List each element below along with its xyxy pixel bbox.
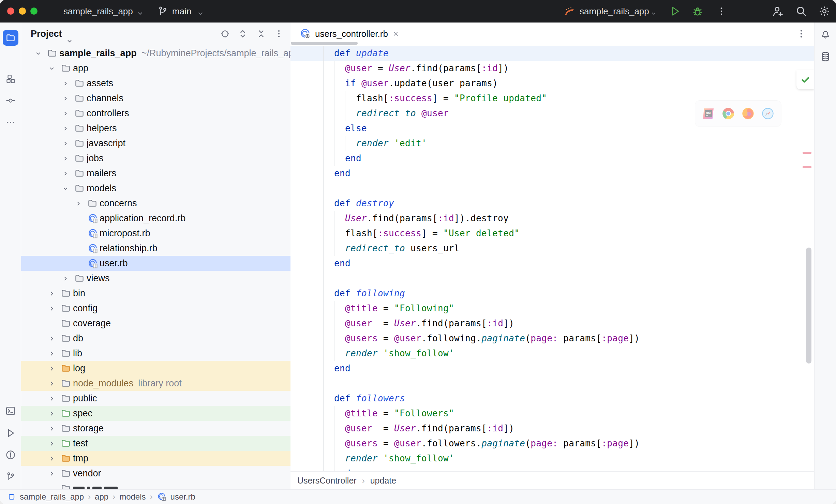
chevron-right-icon[interactable] [48, 395, 56, 403]
chevron-right-icon[interactable] [61, 79, 70, 88]
statusbar-path-app[interactable]: app [95, 492, 108, 502]
chevron-right-icon[interactable] [48, 440, 56, 448]
project-selector[interactable]: sample_rails_app [63, 0, 133, 23]
error-stripe-mark[interactable] [803, 166, 811, 168]
tree-item-spec[interactable]: spec [21, 406, 290, 421]
inspections-widget[interactable] [796, 70, 814, 89]
code-line[interactable] [323, 271, 640, 286]
chevron-right-icon[interactable] [61, 275, 70, 283]
chevron-right-icon[interactable] [48, 470, 56, 478]
chevron-right-icon[interactable] [61, 124, 70, 133]
code-line[interactable]: end [323, 256, 640, 271]
tree-item-bin[interactable]: bin [21, 286, 290, 301]
code-line[interactable]: flash[:success] = "User deleted" [323, 226, 640, 241]
code-line[interactable]: render 'show_follow' [323, 451, 640, 466]
version-control-tool-button[interactable] [3, 469, 18, 485]
code-line[interactable]: User.find(params[:id]).destroy [323, 211, 640, 226]
code-line[interactable]: redirect_to @user [323, 106, 640, 121]
tree-item-javascript[interactable]: javascript [21, 136, 290, 151]
code-line[interactable]: def update [323, 46, 640, 61]
statusbar-path-models[interactable]: models [119, 492, 146, 502]
problems-tool-button[interactable] [3, 447, 18, 463]
code-line[interactable]: @users = @user.following.paginate(page: … [323, 331, 640, 346]
tree-item-clipped-row[interactable] [21, 481, 290, 489]
statusbar-path-file[interactable]: user.rb [170, 492, 195, 502]
code-line[interactable]: @users = @user.followers.paginate(page: … [323, 436, 640, 451]
chrome-browser-icon[interactable] [721, 107, 735, 120]
code-with-me-button[interactable] [771, 5, 784, 18]
tab-scrollbar[interactable] [291, 42, 358, 45]
tree-item-controllers[interactable]: controllers [21, 106, 290, 121]
code-line[interactable]: @title = "Following" [323, 301, 640, 316]
chevron-right-icon[interactable] [48, 380, 56, 388]
code-line[interactable]: @user = User.find(params[:id]) [323, 421, 640, 436]
code-line[interactable]: end [323, 166, 640, 181]
settings-gear-icon[interactable] [818, 5, 831, 17]
code-line[interactable]: end [323, 151, 640, 166]
tree-item-application_record.rb[interactable]: application_record.rb [21, 211, 290, 226]
code-line[interactable]: @user = User.find(params[:id]) [323, 316, 640, 331]
tree-item-public[interactable]: public [21, 391, 290, 406]
tree-item-user.rb[interactable]: user.rb [21, 256, 290, 271]
more-tool-windows-button[interactable] [3, 115, 18, 130]
chevron-right-icon[interactable] [48, 305, 56, 313]
code-area[interactable]: def update @user = User.find(params[:id]… [290, 45, 814, 471]
tree-item-channels[interactable]: channels [21, 91, 290, 106]
code-line[interactable]: flash[:success] = "Profile updated" [323, 91, 640, 106]
breadcrumb-method[interactable]: update [370, 476, 396, 486]
tree-item-assets[interactable]: assets [21, 76, 290, 91]
chevron-right-icon[interactable] [61, 94, 70, 103]
chevron-right-icon[interactable] [48, 335, 56, 343]
tree-item-tmp[interactable]: tmp [21, 451, 290, 466]
chevron-right-icon[interactable] [48, 410, 56, 418]
tree-item-log[interactable]: log [21, 361, 290, 376]
code-line[interactable]: if @user.update(user_params) [323, 76, 640, 91]
chevron-right-icon[interactable] [48, 425, 56, 433]
code-line[interactable]: def destroy [323, 196, 640, 211]
safari-browser-icon[interactable] [761, 107, 775, 120]
more-actions-button[interactable] [716, 6, 727, 17]
run-tool-button[interactable] [3, 425, 18, 441]
editor-scrollbar-thumb[interactable] [806, 248, 811, 364]
tree-item-db[interactable]: db [21, 331, 290, 346]
code-line[interactable] [323, 181, 640, 196]
code-line[interactable]: render 'edit' [323, 136, 640, 151]
database-tool-button[interactable] [818, 49, 833, 64]
chevron-down-icon[interactable] [34, 49, 42, 58]
search-everywhere-button[interactable] [795, 5, 807, 17]
chevron-right-icon[interactable] [61, 109, 70, 118]
notifications-bell-button[interactable] [818, 27, 833, 42]
tree-item-lib[interactable]: lib [21, 346, 290, 361]
tree-item-mailers[interactable]: mailers [21, 166, 290, 181]
code-line[interactable]: render 'show_follow' [323, 346, 640, 361]
tree-item-storage[interactable]: storage [21, 421, 290, 436]
editor-tab-options-button[interactable] [796, 28, 807, 39]
tree-item-concerns[interactable]: concerns [21, 196, 290, 211]
run-button[interactable] [669, 5, 681, 17]
code-line[interactable]: def followers [323, 391, 640, 406]
code-line[interactable]: @title = "Followers" [323, 406, 640, 421]
macos-close-button[interactable] [7, 8, 14, 15]
chevron-down-icon[interactable] [61, 184, 70, 193]
commit-tool-button[interactable] [3, 93, 18, 108]
tree-item-views[interactable]: views [21, 271, 290, 286]
chevron-right-icon[interactable] [61, 169, 70, 178]
tree-item-jobs[interactable]: jobs [21, 151, 290, 166]
breadcrumb-class[interactable]: UsersController [297, 476, 357, 486]
chevron-right-icon[interactable] [48, 365, 56, 373]
debug-button[interactable] [691, 5, 704, 17]
tree-item-helpers[interactable]: helpers [21, 121, 290, 136]
statusbar-path-project[interactable]: sample_rails_app [20, 492, 84, 502]
chevron-down-icon[interactable] [48, 64, 56, 73]
tree-item-relationship.rb[interactable]: relationship.rb [21, 241, 290, 256]
chevron-right-icon[interactable] [48, 455, 56, 463]
chevron-right-icon[interactable] [61, 139, 70, 148]
tab-close-icon[interactable] [392, 30, 400, 38]
code-line[interactable]: end [323, 361, 640, 376]
rubymine-browser-icon[interactable]: RM [702, 107, 715, 120]
chevron-right-icon[interactable] [74, 199, 83, 208]
terminal-tool-button[interactable] [3, 403, 18, 419]
tree-item-models[interactable]: models [21, 181, 290, 196]
tree-item-app[interactable]: app [21, 61, 290, 76]
code-line[interactable] [323, 376, 640, 391]
